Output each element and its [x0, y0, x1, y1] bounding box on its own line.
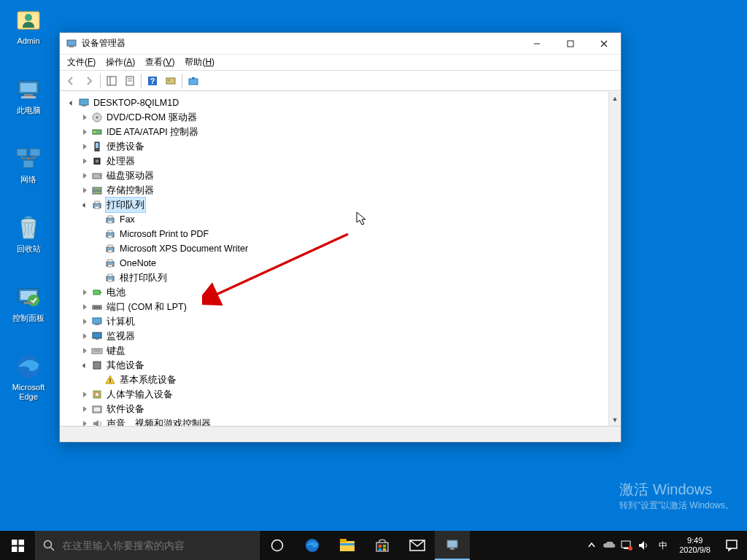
file-explorer-button[interactable]	[330, 531, 365, 560]
tree-node[interactable]: 软件设备	[80, 402, 608, 416]
tree-node[interactable]: DVD/CD-ROM 驱动器	[80, 110, 608, 125]
show-hide-tree-button[interactable]	[103, 72, 120, 90]
tray-chevron-icon[interactable]	[583, 531, 600, 560]
tree-node[interactable]: 磁盘驱动器	[80, 168, 608, 183]
close-button[interactable]	[587, 33, 621, 55]
back-button[interactable]	[62, 72, 80, 90]
scroll-up-button[interactable]: ▲	[609, 92, 621, 104]
tree-node-label: OneNote	[118, 256, 158, 271]
svg-rect-19	[67, 40, 76, 46]
scan-hardware-button[interactable]	[162, 72, 179, 90]
store-button[interactable]	[365, 531, 400, 560]
vertical-scrollbar[interactable]: ▲ ▼	[608, 92, 621, 426]
device-tree[interactable]: DESKTOP-8QILM1DDVD/CD-ROM 驱动器IDE ATA/ATA…	[60, 92, 608, 426]
other-icon	[91, 359, 103, 371]
update-driver-button[interactable]	[185, 72, 202, 90]
scroll-track[interactable]	[609, 104, 621, 413]
desktop-icon-edge[interactable]: MicrosoftEdge	[4, 352, 53, 403]
tree-node[interactable]: 处理器	[80, 154, 608, 168]
desktop-icon-label: Admin	[17, 36, 39, 46]
svg-rect-43	[96, 143, 98, 148]
svg-rect-25	[107, 77, 116, 85]
admin-icon	[14, 6, 43, 35]
titlebar[interactable]: 设备管理器	[60, 33, 621, 55]
device-manager-taskbar-button[interactable]	[435, 531, 470, 560]
desktop-icon-admin[interactable]: Admin	[4, 6, 53, 57]
tree-node[interactable]: 打印队列	[80, 198, 608, 212]
tree-node[interactable]: OneNote	[93, 256, 608, 271]
minimize-button[interactable]	[520, 33, 554, 55]
tree-node[interactable]: 人体学输入设备	[80, 387, 608, 402]
tree-node[interactable]: Fax	[93, 212, 608, 227]
forward-button[interactable]	[80, 72, 98, 90]
desktop-icon-thispc[interactable]: 此电脑	[4, 75, 53, 126]
action-center-button[interactable]	[716, 531, 747, 560]
portable-icon	[91, 141, 103, 152]
start-button[interactable]	[0, 531, 35, 560]
tree-node-label: DVD/CD-ROM 驱动器	[105, 110, 198, 125]
storage-icon	[91, 184, 103, 196]
desktop-icon-recyclebin[interactable]: 回收站	[4, 214, 53, 265]
tree-node[interactable]: 根打印队列	[93, 271, 608, 285]
tree-node[interactable]: 声音、视频和游戏控制器	[80, 416, 608, 426]
svg-rect-8	[23, 160, 34, 168]
tree-node-label: 便携设备	[105, 139, 146, 154]
svg-rect-22	[568, 41, 573, 47]
svg-rect-45	[96, 160, 98, 163]
mail-button[interactable]	[400, 531, 435, 560]
warn-icon: !	[104, 374, 116, 386]
tree-node[interactable]: 电池	[80, 285, 608, 300]
clock-date: 2020/9/8	[679, 545, 711, 555]
menu-a[interactable]: 操作(A)	[101, 55, 139, 70]
tree-node-label: 打印队列	[105, 197, 146, 213]
menu-h[interactable]: 帮助(H)	[180, 55, 219, 70]
svg-rect-33	[168, 79, 170, 81]
desktop-icon-network[interactable]: 网络	[4, 144, 53, 195]
svg-rect-100	[379, 545, 382, 548]
search-input[interactable]	[62, 540, 252, 551]
maximize-button[interactable]	[554, 33, 587, 55]
scroll-down-button[interactable]: ▼	[609, 413, 621, 426]
separator	[100, 74, 101, 88]
desktop-icon-controlpanel[interactable]: 控制面板	[4, 283, 53, 334]
tree-node[interactable]: 监视器	[80, 329, 608, 343]
tree-node[interactable]: 其他设备	[80, 358, 608, 373]
svg-rect-48	[93, 187, 101, 190]
tree-node[interactable]: 便携设备	[80, 139, 608, 154]
ime-indicator[interactable]: 中	[653, 531, 673, 560]
tree-node[interactable]: 端口 (COM 和 LPT)	[80, 300, 608, 314]
svg-rect-75	[95, 324, 99, 325]
tree-node[interactable]: 存储控制器	[80, 183, 608, 198]
svg-rect-5	[21, 96, 36, 98]
tree-root[interactable]: DESKTOP-8QILM1D	[67, 96, 608, 110]
tree-node[interactable]: Microsoft Print to PDF	[93, 227, 608, 241]
onedrive-icon[interactable]	[600, 531, 618, 560]
watermark-title: 激活 Windows	[619, 480, 734, 499]
properties-button[interactable]	[121, 72, 139, 90]
volume-icon[interactable]	[635, 531, 653, 560]
tree-node[interactable]: IDE ATA/ATAPI 控制器	[80, 125, 608, 139]
disc-icon	[91, 112, 103, 123]
svg-rect-96	[340, 541, 355, 551]
clock[interactable]: 9:49 2020/9/8	[673, 536, 716, 555]
tree-node[interactable]: 键盘	[80, 343, 608, 358]
taskbar-search[interactable]	[35, 531, 260, 560]
svg-point-71	[94, 307, 96, 308]
printer-icon	[91, 199, 103, 211]
edge-taskbar-button[interactable]	[295, 531, 330, 560]
desktop: Admin此电脑网络回收站控制面板MicrosoftEdge 设备管理器 文件(…	[0, 0, 747, 560]
computer-icon	[78, 97, 90, 109]
menu-f[interactable]: 文件(F)	[63, 55, 100, 70]
help-button[interactable]: ?	[144, 72, 161, 90]
tree-node-label: 根打印队列	[118, 271, 169, 285]
network-tray-icon[interactable]	[618, 531, 635, 560]
tree-node-label: 其他设备	[105, 358, 146, 373]
tree-node-label: 处理器	[105, 154, 136, 168]
tree-node[interactable]: 计算机	[80, 314, 608, 329]
tree-node[interactable]: Microsoft XPS Document Writer	[93, 241, 608, 256]
network-icon	[14, 144, 43, 174]
menu-v[interactable]: 查看(V)	[141, 55, 179, 70]
cortana-button[interactable]	[260, 531, 295, 560]
clock-time: 9:49	[679, 536, 711, 545]
tree-node[interactable]: !基本系统设备	[93, 373, 608, 387]
